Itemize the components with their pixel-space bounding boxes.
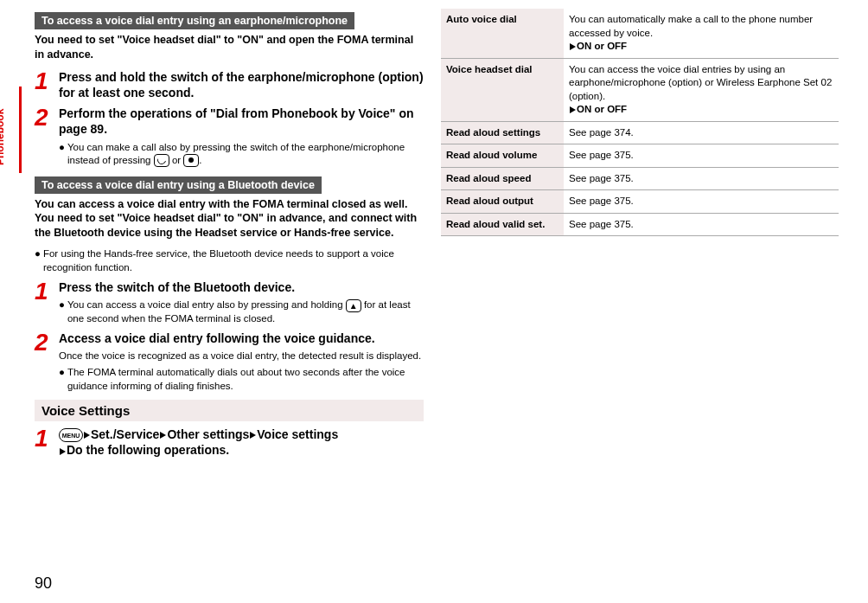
- step-2-earphone: 2 Perform the operations of "Dial from P…: [35, 106, 424, 167]
- intro-text-bluetooth: You can access a voice dial entry with t…: [35, 197, 424, 241]
- step-title: Press and hold the switch of the earphon…: [59, 69, 424, 100]
- table-row: Read aloud output See page 375.: [441, 190, 839, 214]
- intro-text-earphone: You need to set "Voice headset dial" to …: [35, 33, 424, 62]
- note-text: For using the Hands-free service, the Bl…: [43, 247, 424, 274]
- table-row: Voice headset dial You can access the vo…: [441, 58, 839, 121]
- setting-label: Read aloud settings: [441, 121, 564, 144]
- step-1-earphone: 1 Press and hold the switch of the earph…: [35, 69, 424, 100]
- step-title: Perform the operations of "Dial from Pho…: [59, 106, 424, 137]
- arrow-icon: [250, 432, 256, 439]
- setting-desc: You can automatically make a call to the…: [564, 9, 839, 58]
- table-row: Read aloud volume See page 375.: [441, 144, 839, 168]
- setting-label: Read aloud volume: [441, 144, 564, 168]
- voice-settings-header: Voice Settings: [35, 400, 424, 421]
- arrow-icon: [84, 432, 90, 439]
- center-key-icon: [183, 154, 199, 167]
- page-number: 90: [35, 574, 52, 593]
- setting-label: Read aloud output: [441, 190, 564, 214]
- bullet-icon: ●: [59, 141, 65, 168]
- step-number: 2: [35, 106, 52, 130]
- setting-label: Auto voice dial: [441, 9, 564, 58]
- table-row: Read aloud settings See page 374.: [441, 121, 839, 144]
- bullet-icon: ●: [59, 366, 65, 393]
- bullet-text: The FOMA terminal automatically dials ou…: [67, 366, 424, 393]
- call-key-icon: [154, 154, 169, 167]
- step-2-bluetooth: 2 Access a voice dial entry following th…: [35, 330, 424, 393]
- arrow-icon: [570, 106, 576, 113]
- sidebar-tab: Phonebook: [0, 87, 22, 173]
- setting-label: Read aloud valid set.: [441, 213, 564, 236]
- section-header-earphone: To access a voice dial entry using an ea…: [35, 12, 354, 29]
- setting-desc: See page 375.: [564, 213, 839, 236]
- arrow-icon: [570, 43, 576, 50]
- bullet-icon: ●: [35, 247, 41, 274]
- setting-desc: See page 375.: [564, 190, 839, 214]
- table-row: Auto voice dial You can automatically ma…: [441, 9, 839, 58]
- up-key-icon: ▲: [346, 299, 361, 312]
- setting-desc: See page 375.: [564, 144, 839, 168]
- step-number: 1: [35, 69, 52, 93]
- step-title: MENUSet./ServiceOther settingsVoice sett…: [59, 427, 424, 458]
- step-number: 1: [35, 427, 52, 451]
- setting-desc: You can access the voice dial entries by…: [564, 58, 839, 121]
- bullet-text: You can access a voice dial entry also b…: [67, 298, 424, 325]
- bullet-text: You can make a call also by pressing the…: [67, 141, 424, 168]
- right-column: Auto voice dial You can automatically ma…: [441, 9, 839, 464]
- step-title: Press the switch of the Bluetooth device…: [59, 279, 424, 295]
- left-column: To access a voice dial entry using an ea…: [35, 9, 424, 464]
- section-header-bluetooth: To access a voice dial entry using a Blu…: [35, 176, 322, 194]
- step-number: 1: [35, 279, 52, 304]
- step-desc: Once the voice is recognized as a voice …: [59, 350, 424, 363]
- table-row: Read aloud valid set. See page 375.: [441, 213, 839, 236]
- step-title: Access a voice dial entry following the …: [59, 330, 424, 346]
- setting-desc: See page 375.: [564, 167, 839, 190]
- arrow-icon: [160, 432, 166, 439]
- setting-desc: See page 374.: [564, 121, 839, 144]
- step-1-voice-settings: 1 MENUSet./ServiceOther settingsVoice se…: [35, 427, 424, 458]
- arrow-icon: [60, 448, 66, 455]
- setting-label: Read aloud speed: [441, 167, 564, 190]
- table-row: Read aloud speed See page 375.: [441, 167, 839, 190]
- bullet-icon: ●: [59, 298, 65, 325]
- step-number: 2: [35, 330, 52, 355]
- settings-table: Auto voice dial You can automatically ma…: [441, 9, 839, 236]
- step-1-bluetooth: 1 Press the switch of the Bluetooth devi…: [35, 279, 424, 325]
- menu-key-icon: MENU: [59, 428, 83, 442]
- sidebar-label: Phonebook: [0, 127, 6, 165]
- setting-label: Voice headset dial: [441, 58, 564, 121]
